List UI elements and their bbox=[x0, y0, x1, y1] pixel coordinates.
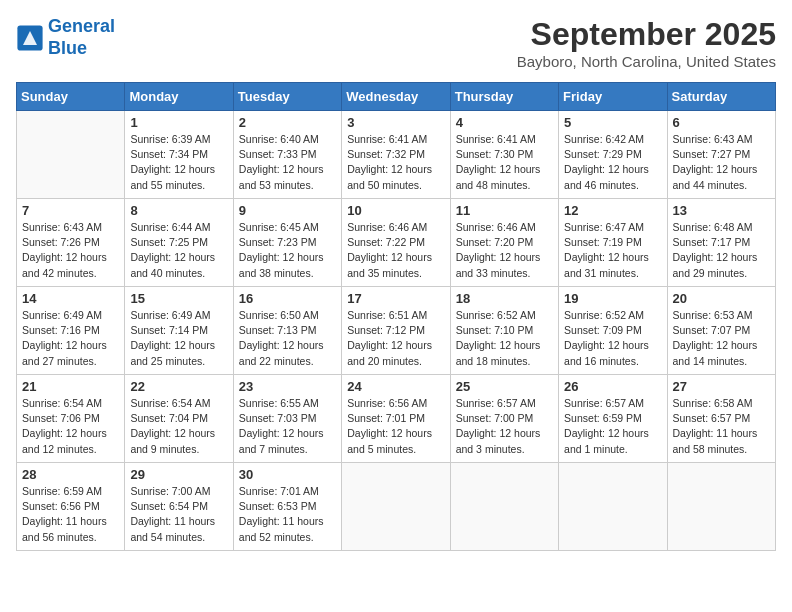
day-info: Sunrise: 6:39 AMSunset: 7:34 PMDaylight:… bbox=[130, 132, 227, 193]
logo-line1: General bbox=[48, 16, 115, 36]
weekday-header: Saturday bbox=[667, 83, 775, 111]
day-number: 22 bbox=[130, 379, 227, 394]
day-info: Sunrise: 6:58 AMSunset: 6:57 PMDaylight:… bbox=[673, 396, 770, 457]
day-info: Sunrise: 6:43 AMSunset: 7:26 PMDaylight:… bbox=[22, 220, 119, 281]
day-info: Sunrise: 6:48 AMSunset: 7:17 PMDaylight:… bbox=[673, 220, 770, 281]
day-info: Sunrise: 6:41 AMSunset: 7:30 PMDaylight:… bbox=[456, 132, 553, 193]
logo-icon bbox=[16, 24, 44, 52]
day-info: Sunrise: 6:53 AMSunset: 7:07 PMDaylight:… bbox=[673, 308, 770, 369]
day-number: 4 bbox=[456, 115, 553, 130]
day-info: Sunrise: 6:43 AMSunset: 7:27 PMDaylight:… bbox=[673, 132, 770, 193]
day-info: Sunrise: 6:55 AMSunset: 7:03 PMDaylight:… bbox=[239, 396, 336, 457]
day-number: 1 bbox=[130, 115, 227, 130]
calendar-cell: 27Sunrise: 6:58 AMSunset: 6:57 PMDayligh… bbox=[667, 375, 775, 463]
calendar-cell: 25Sunrise: 6:57 AMSunset: 7:00 PMDayligh… bbox=[450, 375, 558, 463]
calendar-cell: 3Sunrise: 6:41 AMSunset: 7:32 PMDaylight… bbox=[342, 111, 450, 199]
logo-text: General Blue bbox=[48, 16, 115, 59]
calendar-cell: 20Sunrise: 6:53 AMSunset: 7:07 PMDayligh… bbox=[667, 287, 775, 375]
calendar-week-row: 1Sunrise: 6:39 AMSunset: 7:34 PMDaylight… bbox=[17, 111, 776, 199]
calendar-cell: 24Sunrise: 6:56 AMSunset: 7:01 PMDayligh… bbox=[342, 375, 450, 463]
weekday-header: Sunday bbox=[17, 83, 125, 111]
day-info: Sunrise: 6:42 AMSunset: 7:29 PMDaylight:… bbox=[564, 132, 661, 193]
day-number: 10 bbox=[347, 203, 444, 218]
day-number: 11 bbox=[456, 203, 553, 218]
calendar-cell: 9Sunrise: 6:45 AMSunset: 7:23 PMDaylight… bbox=[233, 199, 341, 287]
day-number: 12 bbox=[564, 203, 661, 218]
day-info: Sunrise: 6:59 AMSunset: 6:56 PMDaylight:… bbox=[22, 484, 119, 545]
calendar-cell: 8Sunrise: 6:44 AMSunset: 7:25 PMDaylight… bbox=[125, 199, 233, 287]
day-number: 8 bbox=[130, 203, 227, 218]
day-number: 28 bbox=[22, 467, 119, 482]
calendar-cell: 5Sunrise: 6:42 AMSunset: 7:29 PMDaylight… bbox=[559, 111, 667, 199]
calendar-header: SundayMondayTuesdayWednesdayThursdayFrid… bbox=[17, 83, 776, 111]
calendar-cell: 18Sunrise: 6:52 AMSunset: 7:10 PMDayligh… bbox=[450, 287, 558, 375]
calendar-table: SundayMondayTuesdayWednesdayThursdayFrid… bbox=[16, 82, 776, 551]
day-number: 13 bbox=[673, 203, 770, 218]
calendar-cell bbox=[450, 463, 558, 551]
month-title: September 2025 bbox=[517, 16, 776, 53]
weekday-header: Wednesday bbox=[342, 83, 450, 111]
calendar-cell: 26Sunrise: 6:57 AMSunset: 6:59 PMDayligh… bbox=[559, 375, 667, 463]
day-number: 3 bbox=[347, 115, 444, 130]
weekday-header: Friday bbox=[559, 83, 667, 111]
calendar-week-row: 21Sunrise: 6:54 AMSunset: 7:06 PMDayligh… bbox=[17, 375, 776, 463]
calendar-cell: 17Sunrise: 6:51 AMSunset: 7:12 PMDayligh… bbox=[342, 287, 450, 375]
day-number: 30 bbox=[239, 467, 336, 482]
day-info: Sunrise: 6:57 AMSunset: 7:00 PMDaylight:… bbox=[456, 396, 553, 457]
day-number: 24 bbox=[347, 379, 444, 394]
calendar-cell: 19Sunrise: 6:52 AMSunset: 7:09 PMDayligh… bbox=[559, 287, 667, 375]
calendar-cell: 7Sunrise: 6:43 AMSunset: 7:26 PMDaylight… bbox=[17, 199, 125, 287]
weekday-header: Thursday bbox=[450, 83, 558, 111]
calendar-cell: 4Sunrise: 6:41 AMSunset: 7:30 PMDaylight… bbox=[450, 111, 558, 199]
weekday-header: Tuesday bbox=[233, 83, 341, 111]
calendar-cell: 30Sunrise: 7:01 AMSunset: 6:53 PMDayligh… bbox=[233, 463, 341, 551]
calendar-cell: 2Sunrise: 6:40 AMSunset: 7:33 PMDaylight… bbox=[233, 111, 341, 199]
day-info: Sunrise: 7:00 AMSunset: 6:54 PMDaylight:… bbox=[130, 484, 227, 545]
logo: General Blue bbox=[16, 16, 115, 59]
day-info: Sunrise: 6:51 AMSunset: 7:12 PMDaylight:… bbox=[347, 308, 444, 369]
calendar-cell: 10Sunrise: 6:46 AMSunset: 7:22 PMDayligh… bbox=[342, 199, 450, 287]
day-number: 18 bbox=[456, 291, 553, 306]
day-number: 21 bbox=[22, 379, 119, 394]
location: Bayboro, North Carolina, United States bbox=[517, 53, 776, 70]
calendar-cell: 23Sunrise: 6:55 AMSunset: 7:03 PMDayligh… bbox=[233, 375, 341, 463]
calendar-week-row: 28Sunrise: 6:59 AMSunset: 6:56 PMDayligh… bbox=[17, 463, 776, 551]
calendar-cell: 22Sunrise: 6:54 AMSunset: 7:04 PMDayligh… bbox=[125, 375, 233, 463]
calendar-cell: 16Sunrise: 6:50 AMSunset: 7:13 PMDayligh… bbox=[233, 287, 341, 375]
day-number: 20 bbox=[673, 291, 770, 306]
day-number: 29 bbox=[130, 467, 227, 482]
calendar-cell bbox=[342, 463, 450, 551]
day-info: Sunrise: 6:47 AMSunset: 7:19 PMDaylight:… bbox=[564, 220, 661, 281]
logo-line2: Blue bbox=[48, 38, 87, 58]
day-number: 5 bbox=[564, 115, 661, 130]
day-number: 7 bbox=[22, 203, 119, 218]
day-info: Sunrise: 6:52 AMSunset: 7:10 PMDaylight:… bbox=[456, 308, 553, 369]
calendar-cell: 21Sunrise: 6:54 AMSunset: 7:06 PMDayligh… bbox=[17, 375, 125, 463]
day-info: Sunrise: 6:56 AMSunset: 7:01 PMDaylight:… bbox=[347, 396, 444, 457]
calendar-week-row: 7Sunrise: 6:43 AMSunset: 7:26 PMDaylight… bbox=[17, 199, 776, 287]
day-info: Sunrise: 6:49 AMSunset: 7:16 PMDaylight:… bbox=[22, 308, 119, 369]
calendar-cell: 14Sunrise: 6:49 AMSunset: 7:16 PMDayligh… bbox=[17, 287, 125, 375]
day-info: Sunrise: 6:45 AMSunset: 7:23 PMDaylight:… bbox=[239, 220, 336, 281]
day-number: 27 bbox=[673, 379, 770, 394]
day-info: Sunrise: 6:41 AMSunset: 7:32 PMDaylight:… bbox=[347, 132, 444, 193]
day-info: Sunrise: 6:44 AMSunset: 7:25 PMDaylight:… bbox=[130, 220, 227, 281]
calendar-cell bbox=[559, 463, 667, 551]
day-number: 16 bbox=[239, 291, 336, 306]
day-info: Sunrise: 6:50 AMSunset: 7:13 PMDaylight:… bbox=[239, 308, 336, 369]
day-info: Sunrise: 6:46 AMSunset: 7:20 PMDaylight:… bbox=[456, 220, 553, 281]
day-number: 17 bbox=[347, 291, 444, 306]
calendar-cell bbox=[17, 111, 125, 199]
calendar-cell: 6Sunrise: 6:43 AMSunset: 7:27 PMDaylight… bbox=[667, 111, 775, 199]
day-number: 14 bbox=[22, 291, 119, 306]
title-section: September 2025 Bayboro, North Carolina, … bbox=[517, 16, 776, 70]
page-header: General Blue September 2025 Bayboro, Nor… bbox=[16, 16, 776, 70]
day-number: 25 bbox=[456, 379, 553, 394]
calendar-cell: 13Sunrise: 6:48 AMSunset: 7:17 PMDayligh… bbox=[667, 199, 775, 287]
weekday-header: Monday bbox=[125, 83, 233, 111]
day-info: Sunrise: 6:49 AMSunset: 7:14 PMDaylight:… bbox=[130, 308, 227, 369]
day-number: 9 bbox=[239, 203, 336, 218]
calendar-cell: 11Sunrise: 6:46 AMSunset: 7:20 PMDayligh… bbox=[450, 199, 558, 287]
day-info: Sunrise: 6:57 AMSunset: 6:59 PMDaylight:… bbox=[564, 396, 661, 457]
day-info: Sunrise: 6:46 AMSunset: 7:22 PMDaylight:… bbox=[347, 220, 444, 281]
